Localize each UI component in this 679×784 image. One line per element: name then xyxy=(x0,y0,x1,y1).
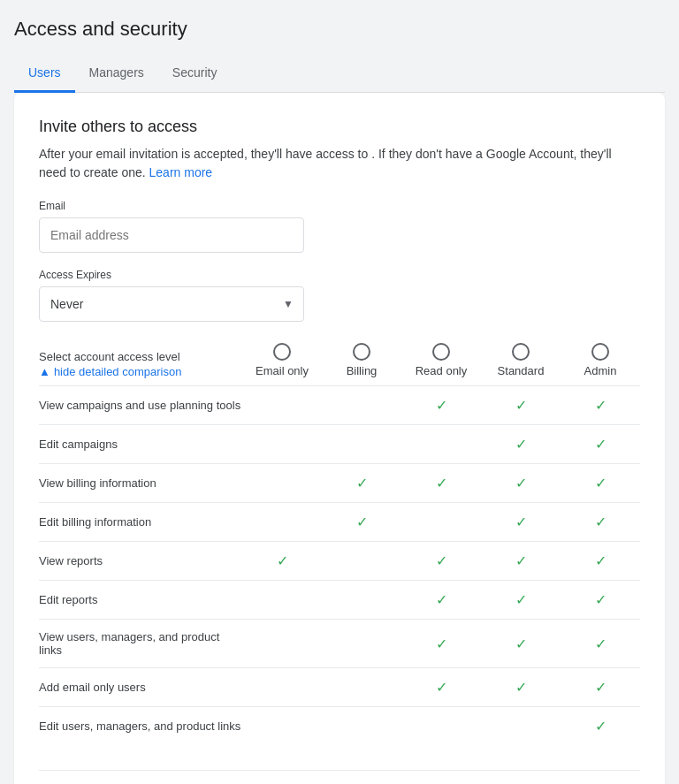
perm-name: View campaigns and use planning tools xyxy=(39,386,242,425)
main-card: Invite others to access After your email… xyxy=(14,93,665,784)
col-label-billing: Billing xyxy=(347,364,378,377)
table-row: Edit users, managers, and product links✓ xyxy=(39,707,640,746)
perm-check-read_only: ✓ xyxy=(401,386,481,425)
perm-check-billing xyxy=(322,542,401,581)
permissions-table: View campaigns and use planning tools✓✓✓… xyxy=(39,385,640,745)
radio-col-billing: Billing xyxy=(322,343,401,377)
access-expires-select[interactable]: Never xyxy=(39,286,304,322)
perm-check-read_only: ✓ xyxy=(401,668,481,707)
perm-check-billing xyxy=(322,386,401,425)
perm-check-standard: ✓ xyxy=(481,503,561,542)
radio-email_only[interactable] xyxy=(273,343,291,361)
perm-check-email_only: ✓ xyxy=(242,542,322,581)
radio-col-standard: Standard xyxy=(481,343,561,377)
perm-check-billing xyxy=(322,620,401,668)
perm-check-read_only: ✓ xyxy=(401,620,481,668)
toggle-comparison[interactable]: ▲ hide detailed comparison xyxy=(39,365,242,378)
perm-check-admin: ✓ xyxy=(561,620,640,668)
perm-check-email_only xyxy=(242,425,322,464)
table-row: View reports✓✓✓✓ xyxy=(39,542,640,581)
perm-check-email_only xyxy=(242,581,322,620)
perm-check-standard xyxy=(481,707,561,746)
table-row: View users, managers, and product links✓… xyxy=(39,620,640,668)
checkmark-icon: ✓ xyxy=(595,636,607,651)
perm-check-billing: ✓ xyxy=(322,503,401,542)
perm-check-read_only xyxy=(401,707,481,746)
perm-check-email_only xyxy=(242,386,322,425)
perm-check-email_only xyxy=(242,503,322,542)
perm-check-standard: ✓ xyxy=(481,581,561,620)
perm-check-email_only xyxy=(242,620,322,668)
col-label-read_only: Read only xyxy=(416,364,468,377)
checkmark-icon: ✓ xyxy=(515,476,527,491)
perm-check-billing xyxy=(322,707,401,746)
perm-name: View billing information xyxy=(39,464,242,503)
checkmark-icon: ✓ xyxy=(515,592,527,607)
perm-check-email_only xyxy=(242,464,322,503)
checkmark-icon: ✓ xyxy=(515,437,527,452)
col-label-email_only: Email only xyxy=(256,364,309,377)
checkmark-icon: ✓ xyxy=(595,476,607,491)
page-title: Access and security xyxy=(14,18,665,41)
perm-check-billing: ✓ xyxy=(322,464,401,503)
table-row: View billing information✓✓✓✓ xyxy=(39,464,640,503)
tab-managers[interactable]: Managers xyxy=(75,55,158,93)
checkmark-icon: ✓ xyxy=(595,719,607,734)
checkmark-icon: ✓ xyxy=(595,553,607,568)
checkmark-icon: ✓ xyxy=(515,553,527,568)
radio-buttons-row: Email only Billing Read only Standard Ad… xyxy=(242,343,640,377)
checkmark-icon: ✓ xyxy=(436,553,447,568)
checkmark-icon: ✓ xyxy=(436,476,447,491)
table-row: Add email only users✓✓✓ xyxy=(39,668,640,707)
radio-standard[interactable] xyxy=(512,343,530,361)
checkmark-icon: ✓ xyxy=(595,592,607,607)
checkmark-icon: ✓ xyxy=(515,636,527,651)
perm-check-standard: ✓ xyxy=(481,425,561,464)
learn-more-link[interactable]: Learn more xyxy=(149,165,213,179)
table-row: View campaigns and use planning tools✓✓✓ xyxy=(39,386,640,425)
checkmark-icon: ✓ xyxy=(595,514,607,529)
description: After your email invitation is accepted,… xyxy=(39,145,640,182)
perm-check-admin: ✓ xyxy=(561,581,640,620)
checkmark-icon: ✓ xyxy=(595,398,607,413)
perm-check-admin: ✓ xyxy=(561,386,640,425)
checkmark-icon: ✓ xyxy=(356,514,368,529)
radio-col-read_only: Read only xyxy=(401,343,481,377)
table-row: Edit campaigns✓✓ xyxy=(39,425,640,464)
radio-read_only[interactable] xyxy=(432,343,450,361)
checkmark-icon: ✓ xyxy=(436,592,447,607)
perm-name: Edit billing information xyxy=(39,503,242,542)
checkmark-icon: ✓ xyxy=(436,398,447,413)
perm-check-read_only: ✓ xyxy=(401,581,481,620)
email-input[interactable] xyxy=(39,217,304,253)
checkmark-icon: ✓ xyxy=(436,636,447,651)
select-access-label: Select account access level xyxy=(39,350,242,363)
radio-admin[interactable] xyxy=(591,343,609,361)
perm-check-email_only xyxy=(242,668,322,707)
tab-users[interactable]: Users xyxy=(14,55,75,93)
perm-check-standard: ✓ xyxy=(481,386,561,425)
perm-check-standard: ✓ xyxy=(481,668,561,707)
page-wrapper: Access and security Users Managers Secur… xyxy=(0,0,679,784)
checkmark-icon: ✓ xyxy=(356,476,368,491)
perm-check-email_only xyxy=(242,707,322,746)
access-level-labels: Select account access level ▲ hide detai… xyxy=(39,343,242,378)
perm-check-read_only: ✓ xyxy=(401,464,481,503)
checkmark-icon: ✓ xyxy=(515,398,527,413)
perm-name: Edit reports xyxy=(39,581,242,620)
perm-name: Add email only users xyxy=(39,668,242,707)
table-row: Edit reports✓✓✓ xyxy=(39,581,640,620)
perm-check-read_only xyxy=(401,425,481,464)
perm-check-read_only xyxy=(401,503,481,542)
perm-check-admin: ✓ xyxy=(561,425,640,464)
access-expires-wrapper: Never ▼ xyxy=(39,286,304,322)
perm-check-admin: ✓ xyxy=(561,707,640,746)
perm-check-billing xyxy=(322,668,401,707)
radio-billing[interactable] xyxy=(353,343,370,361)
email-label: Email xyxy=(39,200,640,212)
radio-col-email_only: Email only xyxy=(242,343,322,377)
section-title: Invite others to access xyxy=(39,118,640,136)
access-expires-label: Access Expires xyxy=(39,269,640,281)
col-label-admin: Admin xyxy=(584,364,617,377)
tab-security[interactable]: Security xyxy=(158,55,232,93)
